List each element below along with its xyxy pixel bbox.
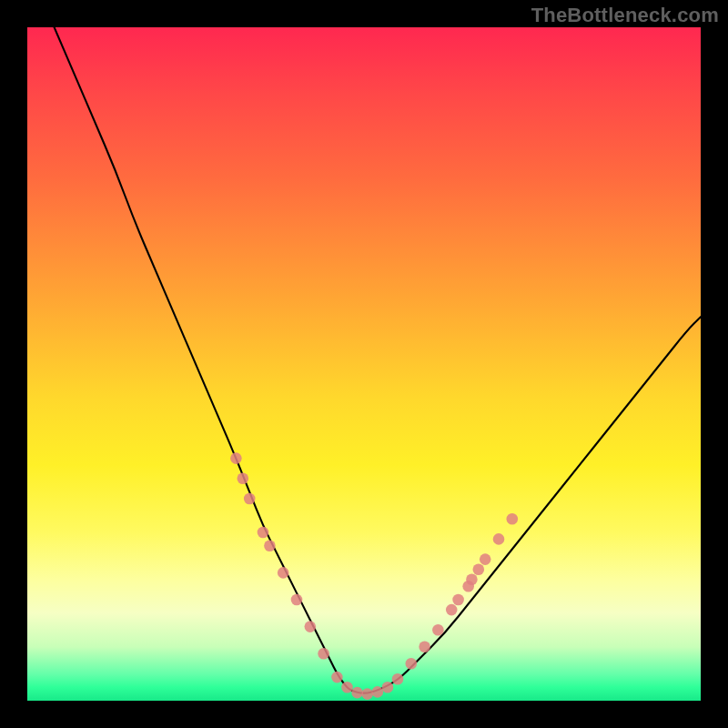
marker-dot	[382, 682, 394, 693]
bottleneck-curve	[55, 27, 701, 693]
marker-dot	[258, 527, 269, 539]
marker-dot	[291, 594, 303, 606]
marker-dot	[419, 642, 430, 653]
marker-dot	[432, 624, 444, 636]
marker-dot	[264, 541, 276, 552]
marker-dot	[462, 581, 474, 592]
marker-dot	[341, 682, 353, 693]
marker-dot	[446, 604, 458, 616]
marker-dot	[480, 553, 491, 565]
chart-container: TheBottleneck.com	[0, 0, 728, 728]
marker-dot	[361, 688, 373, 700]
marker-dot	[493, 533, 505, 545]
marker-dot	[305, 621, 317, 632]
marker-dot	[230, 452, 242, 464]
marker-dot	[238, 473, 249, 485]
marker-dot	[473, 563, 485, 575]
marker-dot	[278, 567, 289, 579]
marker-dot	[507, 513, 519, 525]
marker-dot	[406, 658, 418, 670]
watermark-text: TheBottleneck.com	[531, 4, 719, 27]
marker-dot	[351, 687, 363, 699]
marker-dot	[452, 594, 464, 606]
plot-area	[27, 27, 701, 701]
marker-dot	[466, 574, 478, 586]
marker-dot	[244, 493, 256, 505]
marker-dot	[392, 673, 404, 685]
marker-points	[230, 452, 518, 700]
marker-dot	[331, 672, 343, 683]
marker-dot	[318, 648, 329, 660]
chart-svg	[27, 27, 701, 701]
marker-dot	[372, 686, 384, 698]
